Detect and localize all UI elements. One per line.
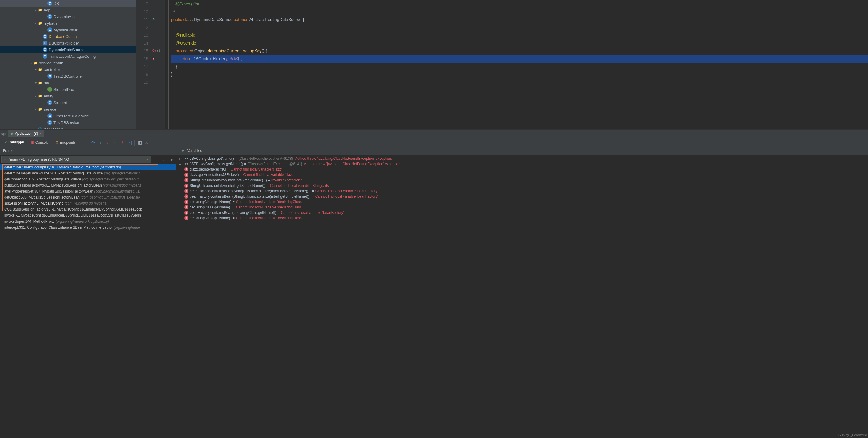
tree-label: DynamicDataSource xyxy=(49,48,85,52)
variable-row[interactable]: !beanFactory.containsBean(StringUtils.un… xyxy=(177,194,868,199)
error-icon: ! xyxy=(184,173,188,177)
console-icon: ▣ xyxy=(31,141,34,145)
variable-row[interactable]: !declaringClass.getName() = Cannot find … xyxy=(177,215,868,221)
force-step-into-icon[interactable]: ↓ xyxy=(104,139,111,146)
frame-row[interactable]: determineCurrentLookupKey:16, DynamicDat… xyxy=(0,164,176,170)
interface-icon: I xyxy=(48,87,52,92)
tree-item-service[interactable]: ▾📁service xyxy=(0,106,136,113)
step-out-icon[interactable]: ↑ xyxy=(112,139,118,146)
variable-row[interactable]: !declaringClass.getName() = Cannot find … xyxy=(177,199,868,205)
drop-frame-icon[interactable]: ⤴ xyxy=(119,139,125,146)
tree-label: DB xyxy=(54,1,59,6)
tree-label: DynamicAop xyxy=(54,14,76,19)
add-watch-icon[interactable]: + xyxy=(180,147,186,154)
tree-item-student[interactable]: CStudent xyxy=(0,99,136,106)
tree-label: TestDBController xyxy=(54,74,83,79)
run-icon: ▶ xyxy=(11,132,14,136)
threads-icon[interactable]: ≡ xyxy=(79,139,86,146)
tree-item-dynamicaop[interactable]: CDynamicAop xyxy=(0,13,136,20)
tree-item-db[interactable]: CDB xyxy=(0,0,136,7)
tree-item-databaseconfig[interactable]: CDatabaseConfig xyxy=(0,33,136,40)
frame-row[interactable]: invoke:-1, MybatisConfig$$EnhancerBySpri… xyxy=(0,212,176,218)
frame-row[interactable]: getConnection:169, AbstractRoutingDataSo… xyxy=(0,176,176,182)
chevron-icon[interactable]: ▾ xyxy=(34,8,38,12)
class-icon: C xyxy=(48,100,52,105)
variable-row[interactable]: !StringUtils.uncapitalize(interf.getSimp… xyxy=(177,177,868,183)
chevron-icon[interactable]: ▾ xyxy=(34,68,38,71)
step-into-icon[interactable]: ↓ xyxy=(97,139,104,146)
prev-frame-icon[interactable]: ↑ xyxy=(153,156,159,163)
tree-item-mybatis[interactable]: ▾📁mybatis xyxy=(0,20,136,27)
frame-row[interactable]: invokeSuper:244, MethodProxy (org.spring… xyxy=(0,218,176,225)
debug-prefix: ug: xyxy=(1,132,6,136)
tree-item-dbcontextholder[interactable]: CDBContextHolder xyxy=(0,40,136,46)
frame-row[interactable]: sqlSessionFactory:41, MybatisConfig (com… xyxy=(0,200,176,206)
variable-row[interactable]: ▸👓JSFConfig.class.getName() = {ClassNotF… xyxy=(177,156,868,161)
error-icon: ! xyxy=(184,183,188,188)
tree-item-transactionmanagerconfig[interactable]: CTransactionManagerConfig xyxy=(0,53,136,60)
debug-tab-application[interactable]: ▶ Application (3) × xyxy=(8,130,44,138)
debug-tabs-row: ug: ▶ Application (3) × xyxy=(0,129,868,138)
frame-row[interactable]: determineTargetDataSource:201, AbstractR… xyxy=(0,170,176,176)
variable-row[interactable]: !beanFactory.containsBean(StringUtils.un… xyxy=(177,188,868,194)
error-icon: ! xyxy=(184,200,188,204)
trace-icon[interactable]: ≋ xyxy=(144,139,150,146)
tree-item-dao[interactable]: ▾📁dao xyxy=(0,80,136,86)
variable-row[interactable]: !clazz.getAnnotation(JSF.class) = Cannot… xyxy=(177,172,868,177)
thread-selector[interactable]: ✓ "main"@1 in group "main": RUNNING ▾ xyxy=(1,156,152,163)
chevron-icon[interactable]: ▾ xyxy=(34,94,38,98)
tree-item-aop[interactable]: ▾📁aop xyxy=(0,7,136,13)
variable-row[interactable]: !beanFactory.containsBean(declaringClass… xyxy=(177,210,868,215)
frame-row[interactable]: CGLIB$sqlSessionFactory$0:-1, MybatisCon… xyxy=(0,206,176,212)
chevron-icon[interactable]: ▾ xyxy=(34,81,38,85)
error-icon: ! xyxy=(184,194,188,199)
tree-item-testdbservice[interactable]: CTestDBService xyxy=(0,119,136,126)
tree-item-application[interactable]: 🌐Application xyxy=(0,126,136,129)
close-icon[interactable]: × xyxy=(39,132,41,136)
tree-item-controller[interactable]: ▾📁controller xyxy=(0,66,136,73)
chevron-icon[interactable]: ▾ xyxy=(29,61,33,65)
frame-row[interactable]: buildSqlSessionFactory:601, MybatisSqlSe… xyxy=(0,182,176,188)
folder-icon: 📁 xyxy=(38,93,43,98)
tree-label: controller xyxy=(44,67,60,72)
tree-item-dynamicdatasource[interactable]: CDynamicDataSource xyxy=(0,46,136,53)
app-icon: 🌐 xyxy=(38,127,43,129)
error-icon: ! xyxy=(184,189,188,193)
filter-icon[interactable]: ▼ xyxy=(168,156,175,163)
tree-item-studentdao[interactable]: IStudentDao xyxy=(0,86,136,93)
class-icon: C xyxy=(43,40,48,46)
chevron-icon[interactable]: ▾ xyxy=(34,108,38,111)
error-icon: ! xyxy=(184,211,188,215)
tree-item-mybatisconfig[interactable]: CMybatisConfig xyxy=(0,27,136,33)
tab-console[interactable]: ▣ Console xyxy=(28,139,52,146)
tab-debugger[interactable]: ✓ Debugger xyxy=(1,139,27,146)
chevron-icon[interactable]: ▾ xyxy=(34,22,38,25)
project-tree[interactable]: CDB▾📁aopCDynamicAop▾📁mybatisCMybatisConf… xyxy=(0,0,136,129)
tab-endpoints[interactable]: ⚙ Endpoints xyxy=(52,139,79,146)
step-over-icon[interactable]: ↷ xyxy=(90,139,96,146)
tree-item-othertestdbservice[interactable]: COtherTestDBService xyxy=(0,113,136,119)
tree-item-testdbcontroller[interactable]: CTestDBController xyxy=(0,73,136,80)
error-icon: ! xyxy=(184,216,188,220)
tree-item-entity[interactable]: ▾📁entity xyxy=(0,93,136,99)
tree-label: dao xyxy=(44,81,51,85)
run-to-cursor-icon[interactable]: →| xyxy=(126,139,132,146)
folder-icon: 📁 xyxy=(38,107,43,112)
frame-row[interactable]: intercept:331, ConfigurationClassEnhance… xyxy=(0,225,176,230)
variable-row[interactable]: !StringUtils.uncapitalize(interf.getSimp… xyxy=(177,183,868,188)
class-icon: C xyxy=(48,120,52,125)
evaluate-icon[interactable]: ▦ xyxy=(136,139,143,146)
folder-icon: 📁 xyxy=(38,80,43,85)
variable-row[interactable]: ▸👓JSFProxyConfig.class.getName() = {Clas… xyxy=(177,161,868,167)
variable-row[interactable]: !declaringClass.getName() = Cannot find … xyxy=(177,205,868,210)
tree-item-service.testdb[interactable]: ▾📁service.testdb xyxy=(0,60,136,66)
variable-row[interactable]: !clazz.getInterfaces()[0] = Cannot find … xyxy=(177,167,868,172)
frame-row[interactable]: getObject:685, MybatisSqlSessionFactoryB… xyxy=(0,194,176,200)
class-icon: C xyxy=(48,14,52,19)
frame-row[interactable]: afterPropertiesSet:387, MybatisSqlSessio… xyxy=(0,188,176,194)
code-editor[interactable]: 910111213141516171819 ↻O↑↺●✓ * @Descript… xyxy=(136,0,868,129)
next-frame-icon[interactable]: ↓ xyxy=(160,156,167,163)
class-icon: C xyxy=(48,27,52,32)
folder-icon: 📁 xyxy=(38,7,43,12)
tree-label: DatabaseConfig xyxy=(49,34,76,39)
